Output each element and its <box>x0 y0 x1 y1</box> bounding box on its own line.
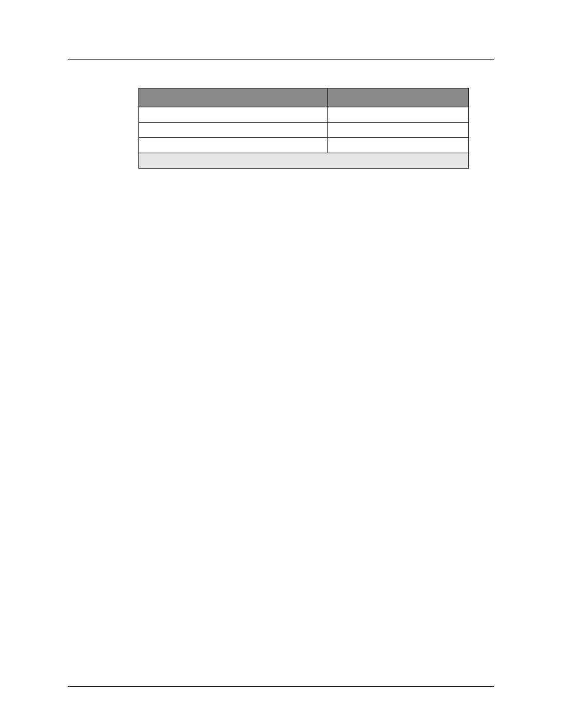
table-row <box>139 107 469 123</box>
table-container <box>138 88 468 169</box>
table-header-cell <box>328 88 469 107</box>
header-divider <box>68 59 494 60</box>
table-footer-row <box>139 153 469 169</box>
table-cell <box>139 107 328 123</box>
table-cell <box>139 123 328 138</box>
table-row <box>139 123 469 138</box>
table-cell <box>328 123 469 138</box>
table-cell <box>328 107 469 123</box>
table-row <box>139 138 469 153</box>
footer-divider <box>68 686 494 687</box>
data-table <box>138 88 469 169</box>
table-cell <box>328 138 469 153</box>
table-header-row <box>139 88 469 107</box>
table-footer-cell <box>139 153 469 169</box>
table-header-cell <box>139 88 328 107</box>
table-cell <box>139 138 328 153</box>
